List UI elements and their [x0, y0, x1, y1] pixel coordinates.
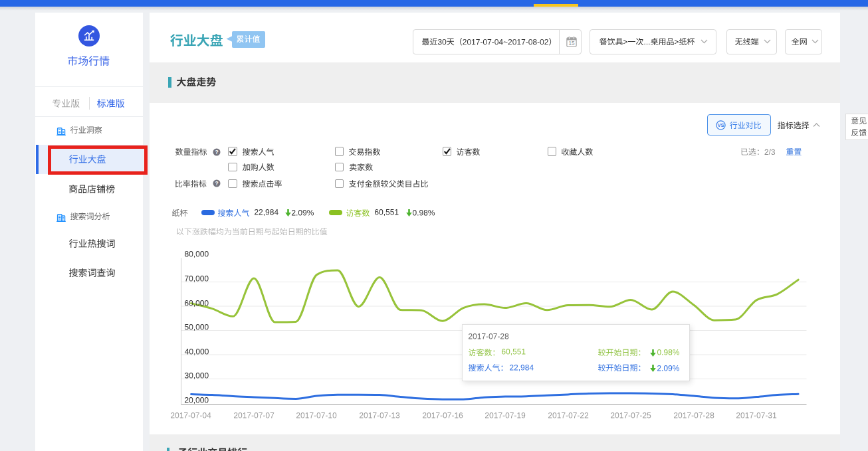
svg-text:VS: VS: [717, 122, 724, 128]
svg-text:15: 15: [568, 41, 575, 46]
svg-text:?: ?: [215, 180, 218, 187]
svg-text:?: ?: [215, 149, 218, 155]
